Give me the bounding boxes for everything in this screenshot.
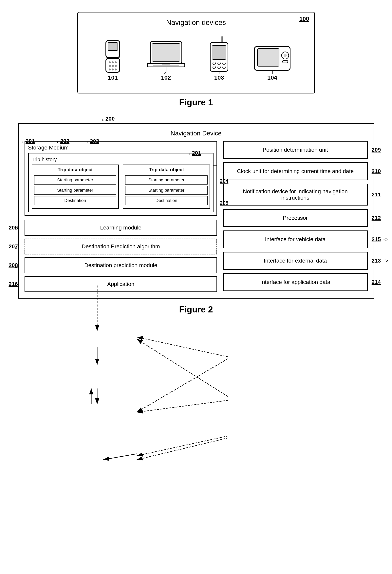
svg-line-37 <box>137 359 228 412</box>
trip-param-2-3: Destination <box>125 196 208 205</box>
svg-rect-28 <box>257 48 279 66</box>
svg-point-26 <box>223 66 225 69</box>
svg-point-12 <box>115 68 117 70</box>
device-101: 101 <box>100 39 126 81</box>
svg-rect-20 <box>212 45 226 59</box>
svg-rect-3 <box>108 42 118 50</box>
trip-param-1-3: Destination <box>34 196 117 205</box>
figure1-box: 100 Navigation devices <box>77 12 315 93</box>
trip-param-2-1: Starting parameter <box>125 175 208 184</box>
vehicle-arrow: - - - -> <box>372 236 389 243</box>
svg-point-4 <box>109 62 111 63</box>
device-103-label: 103 <box>214 74 224 81</box>
svg-line-41 <box>137 438 228 460</box>
svg-point-5 <box>112 62 114 63</box>
app-interface-ref: 214 <box>372 279 381 285</box>
dest-pred-module-box: Destination prediction module <box>24 257 217 273</box>
svg-point-30 <box>284 54 287 57</box>
trip-data-obj-1-label: Trip data object <box>34 167 117 174</box>
svg-rect-14 <box>152 43 180 62</box>
trip-data-obj-2: Trip data object Starting parameter Star… <box>123 164 210 209</box>
processor-ref: 212 <box>372 215 381 221</box>
figure1-caption: Figure 1 <box>179 97 213 107</box>
vehicle-interface-box: Interface for vehicle data 215 - - - -> <box>223 230 368 248</box>
svg-point-11 <box>112 68 114 70</box>
gps-icon <box>253 42 292 74</box>
processor-box: Processor 212 <box>223 209 368 227</box>
device-101-label: 101 <box>108 74 118 81</box>
storage-ref-201: ⌞ 201 <box>22 138 35 144</box>
phone-icon <box>100 39 126 74</box>
trip-data-obj-1: Trip data object Starting parameter Star… <box>32 164 119 209</box>
dest-prediction-row: 207 ⌞ Destination Prediction algorithm <box>24 239 217 254</box>
svg-point-21 <box>213 62 216 65</box>
fig2-inner: ⌞ 201 ⌞ 202 ⌞ 203 Storage Medium <box>24 141 368 292</box>
pos-determination-box: Position determination unit 209 <box>223 141 368 159</box>
learning-module-row: 206 ⌞ Learning module <box>24 220 217 236</box>
svg-line-36 <box>137 436 228 456</box>
svg-point-6 <box>115 62 117 63</box>
device-102: 102 <box>146 41 186 81</box>
trip-history-ref-201: ⌞ 201 <box>189 150 201 156</box>
clock-unit-box: Clock unit for determining current time … <box>223 162 368 180</box>
trip-param-1-2: Starting parameter <box>34 186 117 195</box>
device-104-label: 104 <box>267 74 277 81</box>
fig2-main-ref: ⌞ 200 <box>102 115 115 122</box>
notification-box: Notification device for indicating navig… <box>223 184 368 205</box>
clock-ref: 210 <box>372 168 381 174</box>
pos-det-ref: 209 <box>372 147 381 153</box>
trip-objects-row: Trip data object Starting parameter Star… <box>32 164 210 209</box>
learning-brace: ⌞ <box>15 225 17 231</box>
svg-point-23 <box>223 62 225 65</box>
dest-pred-brace: ⌞ <box>15 243 17 250</box>
device-102-label: 102 <box>161 74 171 81</box>
svg-point-25 <box>218 66 220 69</box>
nav-device-box: ⌞ 200 Navigation Device ⌞ 201 <box>18 123 374 299</box>
nav-device-label: Navigation Device <box>24 130 368 137</box>
learning-module-box: Learning module <box>24 220 217 236</box>
svg-point-7 <box>109 65 111 67</box>
storage-ref-202: ⌞ 202 <box>57 138 69 144</box>
figure2-caption: Figure 2 <box>179 305 213 314</box>
svg-line-34 <box>137 339 228 396</box>
figure1: 100 Navigation devices <box>16 12 376 107</box>
svg-line-33 <box>137 337 228 357</box>
app-interface-box: Interface for application data 214 <box>223 273 368 291</box>
trip-history-label: Trip history <box>32 156 210 163</box>
application-box: Application <box>24 276 217 292</box>
trip-param-2-2: Starting parameter <box>125 186 208 195</box>
dest-pred-module-row: 208 ⌞ Destination prediction module <box>24 257 217 273</box>
application-row: 216 ⌞ Application <box>24 276 217 292</box>
device-104: 104 <box>253 42 292 81</box>
figure2-wrapper: ⌞ 200 Navigation Device ⌞ 201 <box>18 123 374 299</box>
dest-prediction-box: Destination Prediction algorithm <box>24 239 217 254</box>
storage-medium-box: ⌞ 201 ⌞ 202 ⌞ 203 Storage Medium <box>24 141 217 216</box>
bracket-205 <box>213 189 217 208</box>
storage-ref-203: ⌞ 203 <box>86 138 99 144</box>
svg-line-42 <box>103 454 137 460</box>
application-brace: ⌞ <box>15 281 17 287</box>
trip-param-1-1: Starting parameter <box>34 175 117 184</box>
external-interface-box: Interface for external data 213 - - - -> <box>223 252 368 270</box>
trip-data-obj-2-label: Trip data object <box>125 167 208 174</box>
svg-point-8 <box>112 65 114 67</box>
external-arrow: - - - -> <box>372 258 389 264</box>
figure1-ref: 100 <box>299 16 309 22</box>
dest-pred-module-brace: ⌞ <box>15 262 17 269</box>
figure2: ⌞ 200 Navigation Device ⌞ 201 <box>16 123 376 314</box>
svg-point-24 <box>213 66 216 69</box>
left-col: ⌞ 201 ⌞ 202 ⌞ 203 Storage Medium <box>24 141 217 292</box>
svg-point-9 <box>115 65 117 67</box>
notification-ref: 211 <box>372 191 381 198</box>
svg-point-10 <box>109 68 111 70</box>
svg-rect-17 <box>162 64 170 66</box>
svg-rect-31 <box>283 61 288 63</box>
devices-row: 101 102 <box>86 33 306 83</box>
pda-icon <box>206 35 232 74</box>
device-103: 103 <box>206 35 232 81</box>
right-col: Position determination unit 209 Clock un… <box>223 141 368 292</box>
bottom-section: 206 ⌞ Learning module 207 ⌞ D <box>24 220 217 292</box>
trip-history-box: Trip history ⌞ 201 Trip data object <box>28 153 214 212</box>
svg-line-35 <box>137 400 228 412</box>
storage-medium-label: Storage Medium <box>28 144 214 151</box>
